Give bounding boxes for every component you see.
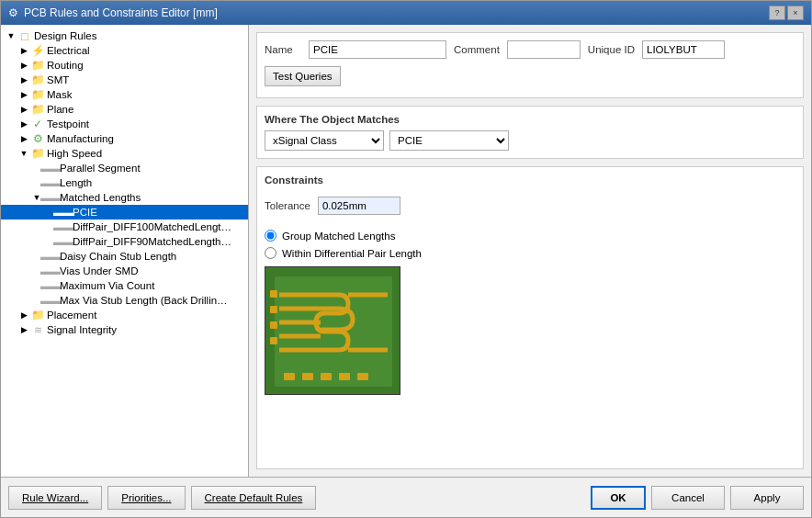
create-default-rules-button[interactable]: Create Default Rules (191, 486, 317, 510)
tree-label: Plane (47, 104, 244, 115)
where-section: Where The Object Matches xSignal Class P… (256, 106, 804, 159)
tree-item-diffpair-90[interactable]: ▬▬ DiffPair_DIFF90MatchedLength… (1, 234, 248, 249)
svg-rect-8 (270, 306, 277, 313)
comment-label: Comment (454, 44, 500, 55)
tree-item-max-via-stub[interactable]: ▬▬ Max Via Stub Length (Back Drillin… (1, 293, 248, 308)
where-dropdown2[interactable]: PCIE (389, 130, 509, 151)
tree-item-matched-lengths[interactable]: ▼ ▬▬ Matched Lengths (1, 190, 248, 205)
tree-label: Manufacturing (47, 133, 244, 144)
ok-button[interactable]: OK (591, 486, 646, 510)
priorities-button[interactable]: Priorities... (107, 486, 185, 510)
tree-label: Placement (47, 310, 244, 321)
radio-within-diff[interactable] (265, 247, 276, 259)
name-label: Name (265, 44, 301, 55)
tree-item-parallel-segment[interactable]: ▬▬ Parallel Segment (1, 161, 248, 175)
svg-rect-9 (270, 321, 277, 329)
name-row: Name Comment Unique ID Test Queries (265, 40, 795, 86)
expand-icon: ▼ (17, 147, 30, 160)
tree-label: Design Rules (34, 30, 244, 41)
expand-icon: ▶ (17, 309, 30, 321)
help-button[interactable]: ? (769, 6, 785, 20)
tree-label: High Speed (47, 148, 244, 159)
svg-rect-6 (357, 373, 368, 380)
tree-item-signal-integrity[interactable]: ▶ ≋ Signal Integrity (1, 322, 248, 337)
where-row: xSignal Class PCIE (265, 130, 795, 151)
tree-item-daisy-chain[interactable]: ▬▬ Daisy Chain Stub Length (1, 249, 248, 264)
close-button[interactable]: × (787, 6, 804, 20)
svg-rect-5 (339, 373, 350, 380)
tree-label: Max Via Stub Length (Back Drillin… (60, 295, 244, 306)
tolerance-label: Tolerance (265, 200, 310, 211)
tree-item-electrical[interactable]: ▶ ⚡ Electrical (1, 43, 248, 58)
apply-button[interactable]: Apply (730, 486, 804, 510)
tree-item-length[interactable]: ▬▬ Length (1, 175, 248, 190)
rule-icon: ▬▬ (43, 294, 58, 307)
rule-wizard-button[interactable]: Rule Wizard... (8, 486, 102, 510)
tree-label: Signal Integrity (47, 324, 244, 335)
folder-icon: 📁 (30, 59, 45, 72)
title-bar-left: ⚙ PCB Rules and Constraints Editor [mm] (8, 6, 218, 19)
tree-item-plane[interactable]: ▶ 📁 Plane (1, 102, 248, 117)
folder-icon: ≋ (30, 323, 45, 336)
svg-rect-10 (270, 337, 277, 344)
radio-group-matched[interactable] (265, 230, 276, 242)
tree-label: DiffPair_DIFF90MatchedLength… (73, 236, 244, 247)
svg-rect-4 (321, 373, 332, 380)
tree-item-placement[interactable]: ▶ 📁 Placement (1, 308, 248, 322)
folder-icon: 📁 (30, 309, 45, 321)
tree-label: Matched Lengths (60, 192, 244, 203)
tolerance-input[interactable] (318, 197, 400, 215)
tree-item-diffpair-100[interactable]: ▬▬ DiffPair_DIFF100MatchedLengt… (1, 220, 248, 234)
tree-item-max-via-count[interactable]: ▬▬ Maximum Via Count (1, 278, 248, 293)
rule-icon: ▬▬ (43, 265, 58, 277)
tree-item-smt[interactable]: ▶ 📁 SMT (1, 73, 248, 87)
tree-label: Daisy Chain Stub Length (60, 251, 244, 262)
unique-id-input[interactable] (642, 40, 725, 59)
pcb-svg (265, 267, 400, 395)
content-area: ▼ □ Design Rules ▶ ⚡ Electrical ▶ 📁 Rout… (1, 25, 811, 477)
expand-icon: ▶ (17, 73, 30, 86)
title-bar: ⚙ PCB Rules and Constraints Editor [mm] … (1, 1, 811, 25)
folder-icon: 📁 (30, 103, 45, 116)
tree-item-vias-under-smd[interactable]: ▬▬ Vias Under SMD (1, 264, 248, 278)
rule-icon: ▬▬ (43, 162, 58, 175)
tree-item-pcie[interactable]: ▬▬ PCIE (1, 205, 248, 220)
tree-item-mask[interactable]: ▶ 📁 Mask (1, 87, 248, 102)
svg-rect-7 (270, 290, 277, 298)
cancel-button[interactable]: Cancel (651, 486, 725, 510)
tree-label: Routing (47, 60, 244, 71)
tree-label: SMT (47, 74, 244, 85)
comment-input[interactable] (507, 40, 581, 59)
tree-label: Testpoint (47, 118, 244, 130)
expand-icon: ▶ (17, 59, 30, 72)
folder-icon: 📁 (30, 73, 45, 86)
tree-item-manufacturing[interactable]: ▶ ⚙ Manufacturing (1, 131, 248, 146)
rule-icon: ▬▬ (56, 220, 71, 233)
right-buttons: OK Cancel Apply (591, 486, 804, 510)
radio-within-diff-label[interactable]: Within Differential Pair Length (282, 248, 422, 259)
name-input[interactable] (309, 40, 446, 59)
unique-id-label: Unique ID (588, 44, 635, 55)
tree-item-testpoint[interactable]: ▶ ✓ Testpoint (1, 117, 248, 131)
tree-item-design-rules[interactable]: ▼ □ Design Rules (1, 28, 248, 43)
title-bar-controls: ? × (769, 6, 804, 20)
tree-label: Electrical (47, 45, 244, 56)
tree-label: Parallel Segment (60, 163, 244, 174)
tree-item-high-speed[interactable]: ▼ 📁 High Speed (1, 146, 248, 161)
tree-label: PCIE (73, 207, 244, 218)
constraints-section: Constraints Tolerance Group Matched Leng… (256, 166, 804, 469)
folder-icon: ⚙ (30, 132, 45, 145)
expand-icon: ▶ (17, 323, 30, 336)
radio-group-matched-label[interactable]: Group Matched Lengths (282, 231, 395, 242)
svg-rect-2 (284, 373, 295, 380)
tree-item-routing[interactable]: ▶ 📁 Routing (1, 58, 248, 73)
tree-label: Mask (47, 89, 244, 100)
expand-icon: ▼ (5, 29, 17, 42)
name-section: Name Comment Unique ID Test Queries (256, 32, 804, 98)
right-panel: Name Comment Unique ID Test Queries Wher… (249, 25, 811, 477)
tree-label: DiffPair_DIFF100MatchedLengt… (73, 221, 244, 232)
test-queries-button[interactable]: Test Queries (265, 66, 341, 86)
where-dropdown1[interactable]: xSignal Class (265, 130, 384, 151)
main-window: ⚙ PCB Rules and Constraints Editor [mm] … (0, 0, 812, 518)
bottom-bar: Rule Wizard... Priorities... Create Defa… (1, 477, 811, 517)
